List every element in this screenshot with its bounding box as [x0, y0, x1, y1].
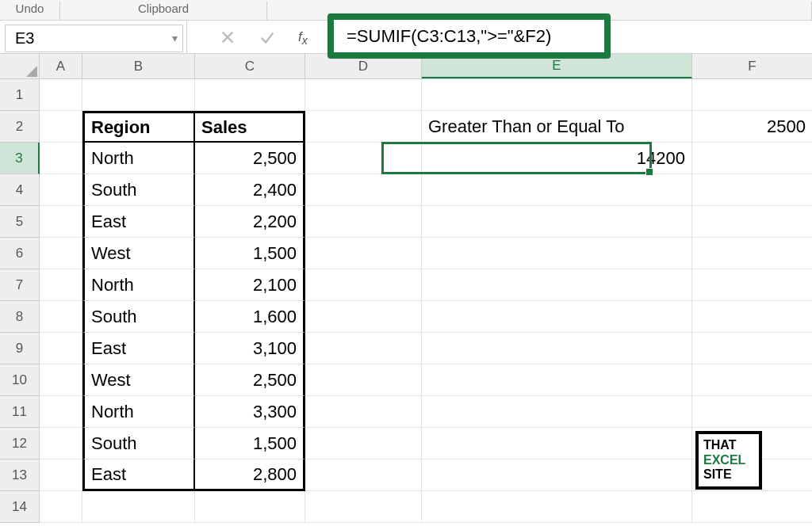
- cell[interactable]: [40, 428, 82, 459]
- cell[interactable]: [422, 301, 692, 333]
- col-header-B[interactable]: B: [82, 54, 195, 78]
- cell[interactable]: [82, 491, 195, 523]
- table-row[interactable]: 2,200: [195, 206, 305, 238]
- cell-E3[interactable]: 14200: [422, 143, 692, 174]
- cell-E2[interactable]: Greater Than or Equal To: [422, 111, 692, 143]
- cell[interactable]: [40, 491, 82, 523]
- cell-F2[interactable]: 2500: [692, 111, 812, 143]
- table-header-sales[interactable]: Sales: [195, 111, 305, 143]
- cell[interactable]: [40, 79, 82, 111]
- table-row[interactable]: 2,800: [195, 459, 305, 491]
- cell[interactable]: [692, 206, 812, 238]
- cell[interactable]: [692, 364, 812, 396]
- cell[interactable]: [40, 111, 82, 143]
- col-header-F[interactable]: F: [692, 54, 812, 78]
- cell[interactable]: [305, 206, 422, 238]
- table-row[interactable]: 1,500: [195, 428, 305, 459]
- cell[interactable]: [40, 143, 82, 174]
- cell[interactable]: [305, 238, 422, 269]
- cell[interactable]: [305, 111, 422, 143]
- cell[interactable]: [422, 459, 692, 491]
- cell[interactable]: [422, 333, 692, 364]
- cell[interactable]: [692, 143, 812, 174]
- cell[interactable]: [305, 269, 422, 301]
- cell[interactable]: [305, 364, 422, 396]
- table-row[interactable]: South: [82, 174, 195, 206]
- select-all-corner[interactable]: [0, 54, 40, 78]
- row-header[interactable]: 14: [0, 491, 40, 523]
- formula-text[interactable]: =SUMIF(C3:C13,">="&F2): [347, 26, 551, 47]
- cell[interactable]: [692, 396, 812, 428]
- cell[interactable]: [305, 301, 422, 333]
- cell[interactable]: [422, 269, 692, 301]
- row-header[interactable]: 9: [0, 333, 40, 364]
- table-row[interactable]: 1,600: [195, 301, 305, 333]
- cell[interactable]: [422, 491, 692, 523]
- chevron-down-icon[interactable]: ▾: [172, 32, 178, 44]
- cell[interactable]: [305, 459, 422, 491]
- cell[interactable]: [305, 79, 422, 111]
- cell[interactable]: [305, 428, 422, 459]
- row-header[interactable]: 11: [0, 396, 40, 428]
- row-header[interactable]: 3: [0, 143, 40, 174]
- cell[interactable]: [305, 396, 422, 428]
- cell[interactable]: [82, 79, 195, 111]
- cell[interactable]: [422, 396, 692, 428]
- table-header-region[interactable]: Region: [82, 111, 195, 143]
- cell[interactable]: [40, 174, 82, 206]
- row-header[interactable]: 7: [0, 269, 40, 301]
- cell[interactable]: [422, 79, 692, 111]
- table-row[interactable]: North: [82, 269, 195, 301]
- col-header-C[interactable]: C: [195, 54, 305, 78]
- fx-icon[interactable]: fx: [298, 29, 308, 47]
- cell[interactable]: [40, 333, 82, 364]
- cell[interactable]: [195, 491, 305, 523]
- table-row[interactable]: 2,400: [195, 174, 305, 206]
- table-row[interactable]: South: [82, 428, 195, 459]
- col-header-A[interactable]: A: [40, 54, 82, 78]
- cell[interactable]: [692, 269, 812, 301]
- table-row[interactable]: East: [82, 459, 195, 491]
- table-row[interactable]: East: [82, 206, 195, 238]
- table-row[interactable]: 2,500: [195, 143, 305, 174]
- table-row[interactable]: South: [82, 301, 195, 333]
- row-header[interactable]: 6: [0, 238, 40, 269]
- confirm-icon[interactable]: [259, 29, 276, 46]
- table-row[interactable]: North: [82, 143, 195, 174]
- cell[interactable]: [692, 333, 812, 364]
- cell[interactable]: [692, 238, 812, 269]
- cell[interactable]: [422, 428, 692, 459]
- cell[interactable]: [195, 79, 305, 111]
- cell[interactable]: [40, 396, 82, 428]
- cell[interactable]: [692, 79, 812, 111]
- cell[interactable]: [40, 301, 82, 333]
- table-row[interactable]: West: [82, 364, 195, 396]
- table-row[interactable]: 1,500: [195, 238, 305, 269]
- cell[interactable]: [422, 238, 692, 269]
- table-row[interactable]: 3,100: [195, 333, 305, 364]
- table-row[interactable]: North: [82, 396, 195, 428]
- cancel-icon[interactable]: [219, 29, 236, 46]
- table-row[interactable]: 2,500: [195, 364, 305, 396]
- row-header[interactable]: 13: [0, 459, 40, 491]
- cell[interactable]: [40, 269, 82, 301]
- cell[interactable]: [305, 143, 422, 174]
- cell[interactable]: [422, 206, 692, 238]
- row-header[interactable]: 1: [0, 79, 40, 111]
- cell[interactable]: [692, 301, 812, 333]
- cell[interactable]: [40, 206, 82, 238]
- table-row[interactable]: 2,100: [195, 269, 305, 301]
- cell[interactable]: [422, 364, 692, 396]
- cell[interactable]: [40, 238, 82, 269]
- row-header[interactable]: 10: [0, 364, 40, 396]
- name-box[interactable]: E3 ▾: [5, 25, 183, 52]
- row-header[interactable]: 5: [0, 206, 40, 238]
- cell[interactable]: [692, 174, 812, 206]
- cell[interactable]: [305, 333, 422, 364]
- row-header[interactable]: 2: [0, 111, 40, 143]
- row-header[interactable]: 4: [0, 174, 40, 206]
- table-row[interactable]: West: [82, 238, 195, 269]
- cell[interactable]: [40, 459, 82, 491]
- row-header[interactable]: 8: [0, 301, 40, 333]
- cell[interactable]: [692, 491, 812, 523]
